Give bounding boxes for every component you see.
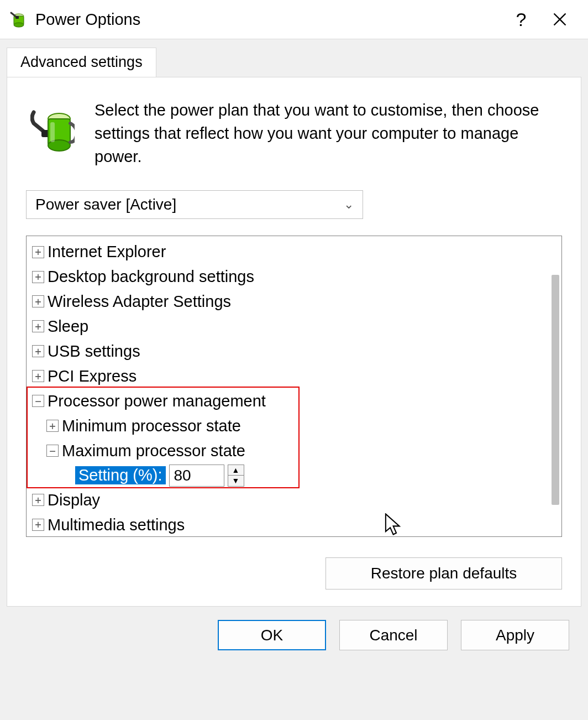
plus-icon[interactable]: + — [32, 370, 44, 382]
restore-defaults-button[interactable]: Restore plan defaults — [326, 557, 562, 589]
close-button[interactable] — [540, 3, 579, 36]
tree-item-label: USB settings — [48, 339, 140, 364]
tree-item-label: Multimedia settings — [48, 513, 185, 537]
plus-icon[interactable]: + — [32, 320, 44, 332]
tree-item-ie[interactable]: + Internet Explorer — [29, 239, 547, 264]
tree-item-max-proc[interactable]: − Maximum processor state — [29, 439, 547, 463]
plus-icon[interactable]: + — [46, 420, 59, 432]
tree-content: + Internet Explorer + Desktop background… — [27, 236, 549, 536]
minus-icon[interactable]: − — [46, 445, 59, 457]
tree-item-usb[interactable]: + USB settings — [29, 339, 547, 364]
battery-plug-icon — [26, 98, 79, 159]
spinner-up-icon[interactable]: ▲ — [228, 465, 244, 476]
tree-item-label: Wireless Adapter Settings — [48, 289, 231, 314]
settings-tree: + Internet Explorer + Desktop background… — [26, 236, 562, 537]
tree-item-label: Processor power management — [48, 389, 266, 414]
plus-icon[interactable]: + — [32, 519, 44, 531]
ok-button[interactable]: OK — [218, 620, 326, 650]
plus-icon[interactable]: + — [32, 295, 44, 307]
power-plan-value: Power saver [Active] — [35, 196, 176, 213]
tree-item-processor[interactable]: − Processor power management — [29, 389, 547, 414]
svg-rect-9 — [50, 122, 55, 142]
tree-item-pci[interactable]: + PCI Express — [29, 364, 547, 389]
tree-item-desktop-bg[interactable]: + Desktop background settings — [29, 264, 547, 289]
tree-item-label: Internet Explorer — [48, 239, 166, 264]
window-title: Power Options — [35, 11, 502, 29]
plus-icon[interactable]: + — [32, 494, 44, 506]
chevron-down-icon: ⌄ — [344, 197, 354, 212]
plus-icon[interactable]: + — [32, 345, 44, 357]
plus-icon[interactable]: + — [32, 246, 44, 258]
tree-item-label: Desktop background settings — [48, 264, 254, 289]
setting-value-input[interactable] — [169, 465, 224, 487]
setting-label[interactable]: Setting (%): — [75, 466, 166, 484]
tab-strip: Advanced settings — [7, 39, 581, 77]
svg-point-2 — [14, 23, 24, 27]
tree-item-wireless[interactable]: + Wireless Adapter Settings — [29, 289, 547, 314]
battery-plug-icon — [9, 9, 29, 29]
dialog-buttons: OK Cancel Apply — [0, 607, 588, 650]
help-button[interactable]: ? — [502, 3, 540, 36]
power-plan-select[interactable]: Power saver [Active] ⌄ — [26, 190, 363, 219]
tab-panel: Select the power plan that you want to c… — [7, 77, 581, 607]
tree-item-multimedia[interactable]: + Multimedia settings — [29, 513, 547, 537]
tree-item-display[interactable]: + Display — [29, 488, 547, 513]
spinner-down-icon[interactable]: ▼ — [228, 476, 244, 486]
svg-rect-3 — [15, 16, 19, 19]
cancel-button[interactable]: Cancel — [339, 620, 448, 650]
plus-icon[interactable]: + — [32, 271, 44, 283]
titlebar: Power Options ? — [0, 0, 588, 39]
scrollbar-thumb[interactable] — [552, 275, 559, 505]
tree-item-min-proc[interactable]: + Minimum processor state — [29, 414, 547, 439]
tree-item-label: PCI Express — [48, 364, 136, 389]
scrollbar[interactable] — [549, 236, 561, 536]
minus-icon[interactable]: − — [32, 395, 44, 407]
spinner-buttons: ▲ ▼ — [228, 465, 244, 487]
tab-advanced-settings[interactable]: Advanced settings — [7, 48, 156, 77]
dialog-body: Advanced settings Select the power plan … — [0, 39, 588, 720]
tree-item-label: Sleep — [48, 314, 88, 339]
max-proc-setting-row: Setting (%): ▲ ▼ — [29, 463, 547, 488]
tree-item-sleep[interactable]: + Sleep — [29, 314, 547, 339]
tree-item-label: Minimum processor state — [62, 414, 241, 439]
apply-button[interactable]: Apply — [461, 620, 569, 650]
intro-row: Select the power plan that you want to c… — [26, 98, 562, 168]
intro-text: Select the power plan that you want to c… — [95, 98, 562, 168]
tree-item-label: Maximum processor state — [62, 439, 245, 463]
tree-item-label: Display — [48, 488, 100, 513]
